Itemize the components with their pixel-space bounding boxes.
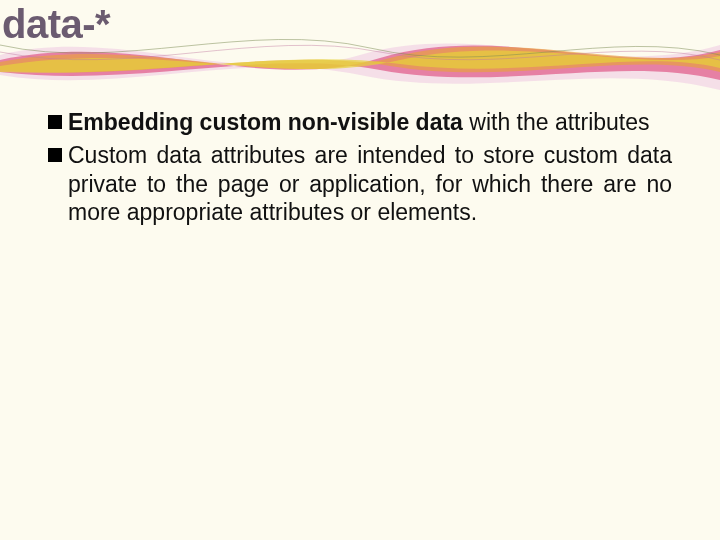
list-item: Custom data attributes are intended to s… — [48, 141, 672, 227]
slide-body: Embedding custom non-visible data with t… — [48, 108, 672, 231]
bullet-text: Custom data attributes are intended to s… — [68, 141, 672, 227]
list-item: Embedding custom non-visible data with t… — [48, 108, 672, 137]
slide-title: data-* — [2, 2, 110, 47]
square-bullet-icon — [48, 148, 62, 162]
square-bullet-icon — [48, 115, 62, 129]
bullet-text: Embedding custom non-visible data with t… — [68, 108, 672, 137]
